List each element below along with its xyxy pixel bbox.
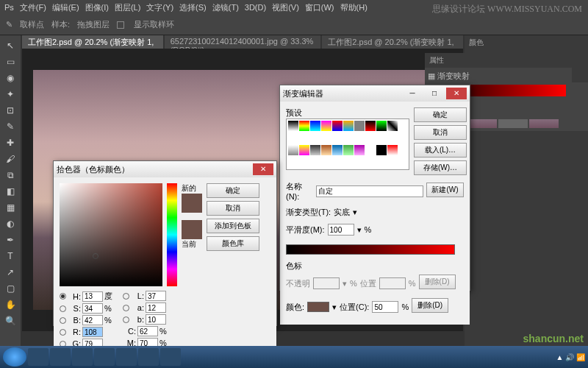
- ge-smooth-input[interactable]: [328, 224, 354, 236]
- menu-3d[interactable]: 3D(D): [245, 3, 266, 12]
- heal-tool[interactable]: ✚: [1, 135, 19, 150]
- pen-tool[interactable]: ✒: [1, 233, 19, 247]
- task-icon[interactable]: [138, 348, 159, 366]
- r-radio[interactable]: [60, 329, 66, 336]
- preset-swatch[interactable]: [299, 145, 309, 155]
- a-input[interactable]: [146, 302, 166, 313]
- menu-type[interactable]: 文字(Y): [146, 2, 173, 13]
- preset-swatch[interactable]: [310, 145, 320, 155]
- h-input[interactable]: [82, 291, 103, 302]
- zoom-tool[interactable]: 🔍: [1, 314, 19, 328]
- color-picker-titlebar[interactable]: 拾色器（色标颜色） ✕: [54, 161, 276, 177]
- task-icon[interactable]: [72, 348, 93, 366]
- close-button[interactable]: ✕: [253, 163, 273, 175]
- h-radio[interactable]: [60, 293, 66, 300]
- preset-swatch[interactable]: [354, 145, 365, 155]
- color-field[interactable]: [60, 183, 162, 286]
- menu-layer[interactable]: 图层(L): [115, 2, 140, 13]
- c-input[interactable]: [137, 326, 158, 336]
- maximize-button[interactable]: □: [424, 88, 445, 99]
- task-icon[interactable]: [94, 348, 115, 366]
- task-icon[interactable]: [28, 348, 49, 366]
- gradient-bar[interactable]: [286, 244, 455, 255]
- preset-swatch[interactable]: [332, 145, 343, 155]
- task-icon[interactable]: [50, 348, 71, 366]
- menu-help[interactable]: 帮助(H): [340, 2, 368, 13]
- rulers-checkbox[interactable]: [117, 21, 124, 29]
- path-tool[interactable]: ↗: [1, 265, 19, 280]
- preset-swatch[interactable]: [365, 145, 376, 155]
- opt-sample-dropdown[interactable]: 拖拽图层: [77, 19, 110, 30]
- preset-swatch[interactable]: [299, 121, 309, 131]
- b2-radio[interactable]: [123, 316, 129, 323]
- menu-select[interactable]: 选择(S): [179, 2, 207, 13]
- shape-tool[interactable]: ▢: [1, 281, 19, 296]
- s-radio[interactable]: [60, 305, 66, 312]
- cp-ok-button[interactable]: 确定: [207, 183, 259, 198]
- hand-tool[interactable]: ✋: [1, 297, 19, 312]
- pos2-input[interactable]: [372, 301, 398, 313]
- cp-lib-button[interactable]: 颜色库: [207, 236, 259, 251]
- tab-doc-3[interactable]: 工作图2.psd @ 20.2% (渐变映射 1, RGB/8)*: [322, 35, 463, 49]
- system-tray[interactable]: ▲ 🔊 📶: [556, 353, 585, 361]
- menu-file[interactable]: 文件(F): [20, 2, 46, 13]
- ge-type-dropdown[interactable]: 实底: [334, 207, 350, 218]
- preset-swatch[interactable]: [343, 121, 354, 131]
- task-icon[interactable]: [160, 348, 181, 366]
- wand-tool[interactable]: ✦: [1, 87, 19, 102]
- preset-swatch[interactable]: [288, 145, 298, 155]
- preset-swatch[interactable]: [343, 145, 354, 155]
- menu-edit[interactable]: 编辑(E): [52, 2, 79, 13]
- r-input[interactable]: [82, 327, 103, 337]
- preset-swatch[interactable]: [387, 145, 398, 155]
- preset-swatch[interactable]: [376, 145, 387, 155]
- minimize-button[interactable]: ─: [402, 88, 423, 99]
- ge-load-button[interactable]: 载入(L)…: [414, 143, 467, 158]
- task-icon[interactable]: [116, 348, 137, 366]
- preset-swatch[interactable]: [387, 121, 398, 131]
- preset-swatch[interactable]: [321, 145, 331, 155]
- tab-doc-1[interactable]: 工作图2.psd @ 20.2% (渐变映射 1, RGB/8)*: [22, 35, 163, 49]
- preset-swatch[interactable]: [310, 121, 320, 131]
- gradient-editor-titlebar[interactable]: 渐变编辑器 ─ □ ✕: [280, 85, 470, 102]
- ge-new-button[interactable]: 新建(W): [426, 183, 464, 197]
- ge-cancel-button[interactable]: 取消: [414, 125, 467, 140]
- cp-cancel-button[interactable]: 取消: [207, 201, 259, 216]
- crop-tool[interactable]: ⊡: [1, 103, 19, 118]
- menu-window[interactable]: 窗口(W): [305, 2, 334, 13]
- cp-add-button[interactable]: 添加到色板: [207, 219, 259, 233]
- s-input[interactable]: [82, 303, 103, 314]
- close-button[interactable]: ✕: [446, 88, 467, 99]
- eyedropper-tool[interactable]: ✎: [1, 119, 19, 134]
- preset-swatch[interactable]: [288, 121, 298, 131]
- color-marker[interactable]: [93, 253, 98, 259]
- l-input[interactable]: [146, 291, 166, 301]
- menu-filter[interactable]: 滤镜(T): [212, 2, 239, 13]
- eraser-tool[interactable]: ◧: [1, 184, 19, 199]
- ge-name-input[interactable]: [316, 185, 423, 197]
- tab-doc-2[interactable]: 652723100214012400001.jpg @ 33.3%(RGB/8#…: [165, 35, 321, 49]
- b-input[interactable]: [82, 315, 103, 325]
- delete-color-button[interactable]: 删除(D): [412, 298, 448, 313]
- preset-swatch[interactable]: [321, 121, 331, 131]
- menu-view[interactable]: 视图(V): [272, 2, 299, 13]
- type-tool[interactable]: T: [1, 249, 19, 263]
- move-tool[interactable]: ↖: [1, 38, 19, 53]
- panel-color[interactable]: 颜色: [465, 35, 588, 50]
- b-radio[interactable]: [60, 317, 66, 324]
- gradient-presets[interactable]: [286, 118, 409, 170]
- preset-swatch[interactable]: [376, 121, 387, 131]
- start-button[interactable]: [3, 347, 26, 367]
- l-radio[interactable]: [123, 293, 129, 300]
- preset-swatch[interactable]: [365, 121, 376, 131]
- blur-tool[interactable]: ◐: [1, 216, 19, 231]
- lasso-tool[interactable]: ◉: [1, 71, 19, 85]
- menu-image[interactable]: 图像(I): [85, 2, 109, 13]
- delete-stop-button[interactable]: 删除(D): [419, 275, 456, 289]
- ps-logo[interactable]: Ps: [4, 3, 14, 12]
- preset-swatch[interactable]: [354, 121, 365, 131]
- marquee-tool[interactable]: ▭: [1, 54, 19, 69]
- brush-tool[interactable]: 🖌: [1, 152, 19, 166]
- clone-tool[interactable]: ⧉: [1, 168, 19, 183]
- preset-swatch[interactable]: [332, 121, 343, 131]
